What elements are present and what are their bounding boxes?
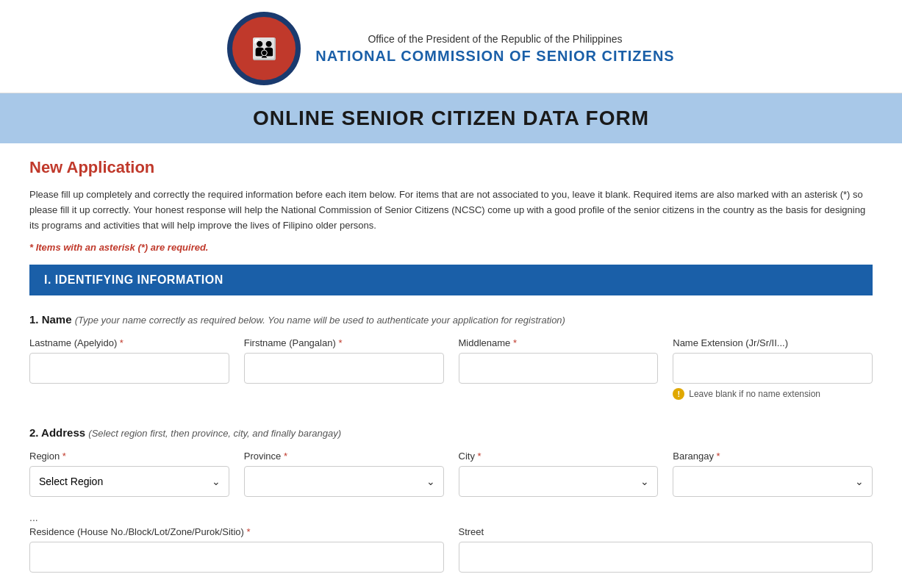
address-field-row: Region * Select Region ⌄ Province *	[29, 451, 873, 497]
residence-label: Residence (House No./Block/Lot/Zone/Puro…	[29, 526, 444, 537]
barangay-label: Barangay *	[673, 451, 873, 462]
region-group: Region * Select Region ⌄	[29, 451, 229, 497]
residence-group: Residence (House No./Block/Lot/Zone/Puro…	[29, 526, 444, 573]
header-text: Office of the President of the Republic …	[315, 33, 674, 65]
office-name: Office of the President of the Republic …	[315, 33, 674, 45]
barangay-group: Barangay * ⌄	[673, 451, 873, 497]
firstname-label: Firstname (Pangalan) *	[244, 337, 444, 348]
page-container: 👪 Office of the President of the Republi…	[0, 0, 902, 588]
lastname-input[interactable]	[29, 353, 229, 384]
form-title: ONLINE SENIOR CITIZEN DATA FORM	[15, 107, 887, 130]
province-label: Province *	[244, 451, 444, 462]
middlename-label: Middlename *	[459, 337, 659, 348]
header: 👪 Office of the President of the Republi…	[0, 0, 902, 93]
street-label: Street	[459, 526, 873, 537]
lastname-group: Lastname (Apelyido) *	[29, 337, 229, 400]
application-title: New Application	[29, 158, 873, 177]
blue-banner: ONLINE SENIOR CITIZEN DATA FORM	[0, 93, 902, 143]
region-select-wrapper: Select Region ⌄	[29, 466, 229, 497]
province-select[interactable]	[244, 466, 444, 497]
region-select[interactable]: Select Region	[29, 466, 229, 497]
logo: 👪	[227, 12, 301, 85]
section-i-header: I. IDENTIFYING INFORMATION	[29, 265, 873, 295]
content-area: New Application Please fill up completel…	[0, 143, 902, 588]
logo-icon: 👪	[251, 37, 277, 61]
street-group: Street	[459, 526, 873, 573]
name-section: 1. Name (Type your name correctly as req…	[29, 313, 873, 426]
city-select[interactable]	[459, 466, 659, 497]
residence-street-row: Residence (House No./Block/Lot/Zone/Puro…	[29, 526, 873, 573]
extension-label: Name Extension (Jr/Sr/II...)	[673, 337, 873, 348]
extension-group: Name Extension (Jr/Sr/II...) ! Leave bla…	[673, 337, 873, 400]
barangay-select-wrapper: ⌄	[673, 466, 873, 497]
province-group: Province * ⌄	[244, 451, 444, 497]
middlename-group: Middlename *	[459, 337, 659, 400]
street-input[interactable]	[459, 542, 873, 573]
lastname-label: Lastname (Apelyido) *	[29, 337, 229, 348]
required-note: * Items with an asterisk (*) are require…	[29, 242, 873, 253]
city-select-wrapper: ⌄	[459, 466, 659, 497]
residence-input[interactable]	[29, 542, 444, 573]
region-label: Region *	[29, 451, 229, 462]
address-section: 2. Address (Select region first, then pr…	[29, 426, 873, 587]
firstname-group: Firstname (Pangalan) *	[244, 337, 444, 400]
barangay-select[interactable]	[673, 466, 873, 497]
city-label: City *	[459, 451, 659, 462]
instructions-text: Please fill up completely and correctly …	[29, 187, 873, 233]
address-section-title: 2. Address (Select region first, then pr…	[29, 426, 873, 439]
info-icon: !	[673, 388, 684, 400]
middlename-input[interactable]	[459, 353, 659, 384]
extension-input[interactable]	[673, 353, 873, 384]
name-section-title: 1. Name (Type your name correctly as req…	[29, 313, 873, 326]
commission-name: NATIONAL COMMISSION OF SENIOR CITIZENS	[315, 48, 674, 65]
name-field-row: Lastname (Apelyido) * Firstname (Pangala…	[29, 337, 873, 400]
firstname-input[interactable]	[244, 353, 444, 384]
city-group: City * ⌄	[459, 451, 659, 497]
province-select-wrapper: ⌄	[244, 466, 444, 497]
ellipsis-text: ...	[29, 509, 873, 526]
extension-hint: ! Leave blank if no name extension	[673, 388, 873, 400]
